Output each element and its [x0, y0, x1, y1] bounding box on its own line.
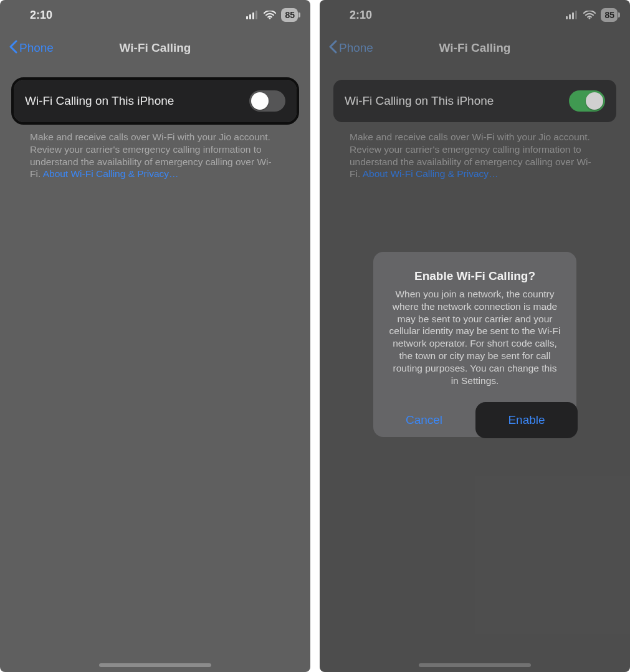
svg-rect-6 [569, 14, 571, 19]
footer-description: Make and receive calls over Wi-Fi with y… [30, 131, 280, 180]
footer-description: Make and receive calls over Wi-Fi with y… [350, 131, 600, 180]
svg-rect-0 [246, 16, 248, 19]
svg-rect-1 [249, 14, 251, 19]
toggle-knob [586, 92, 603, 110]
about-privacy-link[interactable]: About Wi-Fi Calling & Privacy… [363, 168, 499, 179]
back-label: Phone [339, 41, 373, 55]
chevron-left-icon [9, 40, 17, 57]
nav-bar: Phone Wi-Fi Calling [320, 30, 630, 66]
wifi-calling-row[interactable]: Wi-Fi Calling on This iPhone [14, 80, 297, 122]
cancel-button[interactable]: Cancel [373, 403, 475, 437]
alert-title: Enable Wi-Fi Calling? [373, 252, 576, 288]
wifi-calling-label: Wi-Fi Calling on This iPhone [25, 94, 249, 108]
enable-button[interactable]: Enable [475, 402, 578, 438]
battery-level: 85 [604, 9, 614, 21]
cellular-icon [246, 11, 259, 19]
status-bar: 2:10 85 [0, 0, 310, 30]
cellular-icon [566, 11, 578, 19]
svg-rect-2 [252, 12, 254, 19]
status-time: 2:10 [350, 9, 372, 22]
toggle-knob [251, 92, 269, 110]
wifi-calling-row[interactable]: Wi-Fi Calling on This iPhone [333, 80, 616, 122]
wifi-calling-toggle[interactable] [249, 90, 285, 112]
screenshot-left: 2:10 85 Phone Wi-Fi Calling Wi-Fi Callin… [0, 0, 310, 672]
svg-point-9 [589, 17, 591, 19]
home-indicator[interactable] [99, 663, 211, 667]
svg-point-4 [269, 17, 271, 19]
status-time: 2:10 [30, 9, 52, 22]
nav-bar: Phone Wi-Fi Calling [0, 30, 310, 66]
back-button[interactable]: Phone [328, 40, 373, 57]
svg-rect-5 [566, 16, 568, 19]
battery-icon: 85 [601, 8, 618, 22]
wifi-calling-toggle[interactable] [569, 90, 605, 112]
chevron-left-icon [328, 40, 337, 57]
svg-rect-8 [575, 11, 577, 19]
alert-message: When you join a network, the country whe… [373, 288, 576, 403]
home-indicator[interactable] [419, 663, 531, 667]
wifi-calling-label: Wi-Fi Calling on This iPhone [345, 94, 569, 108]
about-privacy-link[interactable]: About Wi-Fi Calling & Privacy… [43, 168, 179, 179]
status-right: 85 [246, 8, 298, 22]
back-label: Phone [19, 41, 54, 55]
svg-rect-7 [572, 12, 574, 19]
status-bar: 2:10 85 [320, 0, 630, 30]
back-button[interactable]: Phone [9, 40, 54, 57]
wifi-icon [264, 11, 276, 19]
battery-icon: 85 [281, 8, 298, 22]
screenshot-right: 2:10 85 Phone Wi-Fi Calling Wi-Fi Callin… [320, 0, 630, 672]
battery-level: 85 [285, 9, 295, 21]
wifi-icon [583, 11, 596, 19]
enable-wifi-calling-alert: Enable Wi-Fi Calling? When you join a ne… [373, 252, 576, 437]
svg-rect-3 [255, 11, 257, 19]
status-right: 85 [566, 8, 618, 22]
